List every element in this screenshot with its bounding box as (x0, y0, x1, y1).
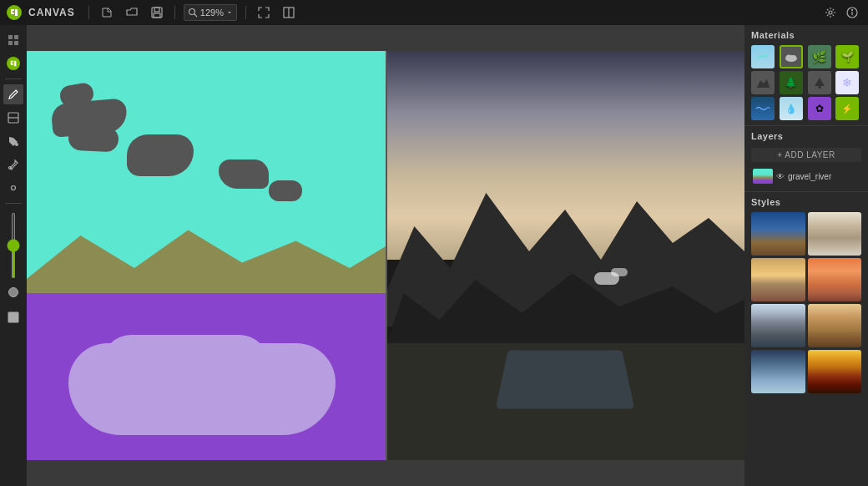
material-rock[interactable] (751, 71, 775, 94)
separator-1 (88, 6, 89, 19)
brush-indicator (8, 287, 18, 297)
material-ice[interactable]: 💧 (780, 97, 803, 120)
svg-point-17 (15, 143, 18, 146)
size-range[interactable] (12, 212, 15, 279)
canvas-divider[interactable] (386, 51, 387, 460)
style-ocean-blue[interactable] (751, 350, 805, 393)
blob-5 (269, 180, 302, 201)
seg-river2 (102, 335, 269, 393)
layer-name: gravel_river (788, 172, 831, 181)
material-green[interactable]: 🌱 (835, 45, 859, 68)
add-layer-button[interactable]: + ADD LAYER (751, 148, 861, 162)
topbar-right (821, 3, 861, 22)
materials-grid: 🌿 🌱 🌲 ❄ (751, 45, 861, 120)
material-sky[interactable] (751, 45, 775, 68)
grass-icon: 🌿 (812, 50, 826, 63)
main-area: Materials 🌿 🌱 (0, 25, 868, 486)
canvas-area[interactable] (27, 25, 744, 486)
pan-tool[interactable] (3, 178, 23, 198)
topbar: CANVAS 129% (0, 0, 868, 25)
svg-rect-13 (8, 41, 13, 45)
material-tree[interactable]: 🌲 (780, 71, 803, 94)
layers-section: Layers + ADD LAYER 👁 gravel_river (744, 125, 868, 191)
photo-river (496, 351, 635, 409)
eye-icon[interactable]: 👁 (776, 172, 785, 181)
zoom-value: 129% (200, 8, 224, 18)
brush-size-slider[interactable] (12, 212, 15, 279)
plant-icon: 🌱 (841, 51, 854, 63)
svg-rect-14 (14, 41, 18, 45)
styles-grid (751, 212, 861, 393)
photo-canvas (386, 51, 744, 460)
svg-rect-1 (154, 8, 159, 12)
right-panel: Materials 🌿 🌱 (744, 25, 868, 486)
style-canyon-orange[interactable] (751, 258, 805, 301)
lime-icon: ⚡ (841, 104, 853, 114)
nvidia-small-icon (3, 53, 23, 73)
svg-marker-24 (815, 78, 825, 86)
style-warm-canyon[interactable] (808, 304, 862, 347)
info-button[interactable] (843, 3, 861, 22)
style-desert-beige[interactable] (808, 212, 862, 256)
layer-item[interactable]: 👁 gravel_river (751, 166, 861, 186)
separator-2 (174, 6, 175, 19)
brush-tool[interactable] (3, 84, 23, 104)
left-toolbar (0, 25, 27, 486)
svg-point-3 (189, 9, 194, 15)
snowflake-icon: ❄ (842, 76, 852, 89)
tool-separator-1 (5, 78, 22, 79)
nvidia-logo (7, 5, 22, 20)
panel-button[interactable] (280, 3, 298, 22)
fullscreen-button[interactable] (255, 3, 273, 22)
style-mountain-blue[interactable] (751, 212, 805, 256)
tool-separator-2 (5, 203, 22, 204)
fill-tool[interactable] (3, 131, 23, 151)
svg-rect-11 (8, 35, 13, 39)
svg-marker-23 (757, 79, 770, 88)
eyedropper-tool[interactable] (3, 154, 23, 175)
ice-icon: 💧 (785, 104, 797, 114)
grid-icon (3, 30, 23, 50)
svg-point-10 (852, 10, 853, 11)
svg-line-4 (194, 14, 197, 18)
canvas-split (27, 51, 744, 460)
segmentation-canvas[interactable] (27, 51, 386, 460)
photo-snow-2 (611, 268, 628, 276)
blob-4 (219, 159, 269, 189)
style-sunset-red[interactable] (808, 258, 862, 301)
materials-title: Materials (751, 30, 861, 40)
materials-section: Materials 🌿 🌱 (744, 25, 868, 125)
material-lime[interactable]: ⚡ (835, 97, 859, 120)
styles-section: Styles (744, 191, 868, 486)
style-glacier-grey[interactable] (751, 304, 805, 347)
separator-3 (245, 6, 246, 19)
svg-rect-12 (14, 35, 18, 39)
layer-thumbnail (753, 169, 773, 184)
svg-rect-25 (818, 86, 820, 89)
svg-point-21 (785, 55, 791, 61)
save-button[interactable] (148, 3, 166, 22)
eraser-tool[interactable] (3, 108, 23, 128)
flower-icon: ✿ (815, 103, 824, 114)
svg-point-22 (791, 55, 796, 60)
material-grass[interactable]: 🌿 (808, 45, 831, 68)
blob-3 (127, 134, 194, 176)
open-button[interactable] (123, 3, 141, 22)
layers-title: Layers (751, 131, 861, 141)
material-snowflake[interactable]: ❄ (835, 71, 859, 94)
material-cloud[interactable] (780, 45, 803, 68)
blob-2 (68, 124, 119, 152)
svg-point-19 (12, 186, 16, 190)
style-sunset-gold[interactable] (808, 350, 862, 393)
svg-rect-2 (154, 13, 160, 18)
material-purple[interactable]: ✿ (808, 97, 831, 120)
svg-point-7 (829, 11, 832, 14)
styles-title: Styles (751, 197, 861, 207)
new-button[interactable] (98, 3, 116, 22)
material-water[interactable] (751, 97, 775, 120)
settings-button[interactable] (821, 3, 840, 22)
material-pine[interactable] (808, 71, 831, 94)
tree-icon: 🌲 (785, 77, 797, 89)
color-swatch[interactable] (3, 307, 23, 327)
zoom-control[interactable]: 129% (184, 4, 237, 21)
